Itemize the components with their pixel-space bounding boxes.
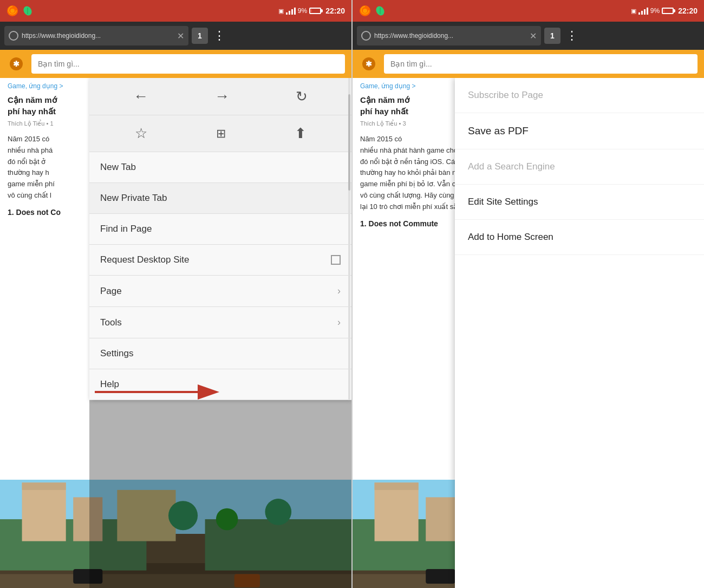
- bookmark-button[interactable]: ☆: [135, 125, 147, 142]
- share-button[interactable]: ⬆: [295, 125, 307, 142]
- tab-close-button-right[interactable]: ✕: [530, 31, 537, 41]
- menu-item-settings[interactable]: Settings: [89, 338, 351, 369]
- left-tab-bar: https://www.thegioididong... ✕ 1 ⋮: [0, 22, 351, 50]
- right-tab-bar: https://www.thegioididong... ✕ 1 ⋮: [353, 22, 704, 50]
- left-tab-url: https://www.thegioididong...: [22, 32, 174, 40]
- submenu-subscribe-label: Subscribe to Page: [468, 90, 543, 100]
- leaf-icon: [23, 6, 32, 16]
- signal-bars: [286, 7, 296, 15]
- submenu-add-search[interactable]: Add a Search Engine: [455, 149, 704, 185]
- svg-text:✱: ✱: [366, 60, 372, 68]
- back-button[interactable]: ←: [133, 88, 148, 105]
- right-submenu-panel: Subscribe to Page Save as PDF Add a Sear…: [455, 78, 704, 588]
- firefox-icon: [6, 5, 18, 17]
- right-phone-panel: ▣ 9% 22:20 https://www.thegioididong... …: [353, 0, 704, 588]
- firefox-icon-right: [359, 5, 371, 17]
- menu-item-tools[interactable]: Tools ›: [89, 307, 351, 338]
- left-page-content: Game, ứng dụng > Cận năm mớ phí hay nhất…: [0, 78, 351, 588]
- right-search-bar: ✱: [353, 50, 704, 78]
- menu-item-new-tab-label: New Tab: [100, 162, 136, 173]
- submenu-edit-site[interactable]: Edit Site Settings: [455, 185, 704, 220]
- submenu-save-pdf-label: Save as PDF: [468, 125, 529, 136]
- left-status-bar: ▣ 9% 22:20: [0, 0, 351, 22]
- menu-item-help[interactable]: Help: [89, 369, 351, 400]
- ff-logo-right: ✱: [359, 54, 379, 74]
- tab-close-button[interactable]: ✕: [177, 31, 184, 41]
- menu-item-desktop[interactable]: Request Desktop Site: [89, 245, 351, 276]
- menu-item-desktop-label: Request Desktop Site: [100, 254, 189, 265]
- left-status-right: ▣ 9% 22:20: [278, 6, 345, 15]
- forward-button[interactable]: →: [214, 88, 230, 105]
- submenu-save-pdf[interactable]: Save as PDF: [455, 113, 704, 149]
- battery-icon: [309, 8, 321, 14]
- svg-rect-37: [426, 497, 455, 541]
- reader-button[interactable]: ⊞: [216, 127, 226, 141]
- leaf-icon-right: [375, 6, 385, 16]
- menu-item-page[interactable]: Page ›: [89, 276, 351, 307]
- menu-bookmark-row: ☆ ⊞ ⬆: [89, 115, 351, 152]
- tab-menu-button[interactable]: ⋮: [211, 29, 227, 43]
- sim-icon: ▣: [278, 8, 284, 15]
- menu-item-new-tab[interactable]: New Tab: [89, 152, 351, 183]
- menu-item-help-label: Help: [100, 379, 119, 390]
- svg-point-24: [363, 9, 367, 13]
- right-page-content: Game, ứng dụng > Cận năm mớ phí hay nhất…: [353, 78, 704, 588]
- svg-rect-36: [375, 482, 419, 490]
- signal-bars-right: [638, 7, 648, 15]
- menu-nav-row: ← → ↻: [89, 78, 351, 115]
- time-right: 22:20: [678, 6, 698, 15]
- svg-rect-12: [22, 482, 66, 541]
- menu-item-private-tab[interactable]: New Private Tab: [89, 183, 351, 214]
- ff-logo-left: ✱: [6, 54, 26, 74]
- menu-item-find-label: Find in Page: [100, 224, 152, 234]
- sim-icon-right: ▣: [631, 8, 636, 15]
- left-status-icons: [6, 5, 32, 17]
- time-left: 22:20: [325, 6, 345, 15]
- left-phone-panel: ▣ 9% 22:20 https://www.thegioididong... …: [0, 0, 351, 588]
- submenu-edit-site-label: Edit Site Settings: [468, 197, 538, 207]
- tab-globe-icon-right: [361, 31, 371, 41]
- menu-item-tools-label: Tools: [100, 317, 122, 328]
- left-dropdown-menu: ← → ↻ ☆ ⊞ ⬆ New Tab New Private Tab Find…: [89, 78, 351, 400]
- reload-button[interactable]: ↻: [296, 88, 308, 105]
- tab-count-badge[interactable]: 1: [192, 28, 208, 44]
- battery-icon-right: [662, 8, 674, 14]
- left-tab-item[interactable]: https://www.thegioididong... ✕: [4, 26, 188, 45]
- right-status-bar: ▣ 9% 22:20: [353, 0, 704, 22]
- submenu-subscribe[interactable]: Subscribe to Page: [455, 78, 704, 113]
- left-search-bar: ✱: [0, 50, 351, 78]
- menu-item-settings-label: Settings: [100, 348, 133, 359]
- right-status-right: ▣ 9% 22:20: [631, 6, 698, 15]
- right-tab-item[interactable]: https://www.thegioididong... ✕: [357, 26, 541, 45]
- menu-item-page-label: Page: [100, 286, 122, 297]
- submenu-add-search-label: Add a Search Engine: [468, 161, 555, 172]
- tab-count-badge-right[interactable]: 1: [544, 28, 560, 44]
- right-tab-url: https://www.thegioididong...: [374, 32, 526, 40]
- submenu-add-home-label: Add to Home Screen: [468, 232, 553, 242]
- left-search-input[interactable]: [31, 54, 345, 74]
- menu-item-private-tab-label: New Private Tab: [100, 193, 167, 204]
- desktop-checkbox[interactable]: [331, 255, 341, 265]
- submenu-add-home[interactable]: Add to Home Screen: [455, 220, 704, 255]
- scroll-indicator: [348, 78, 350, 400]
- svg-point-1: [10, 9, 15, 13]
- svg-text:✱: ✱: [13, 60, 19, 68]
- tab-globe-icon: [9, 31, 18, 41]
- tab-menu-button-right[interactable]: ⋮: [564, 29, 580, 43]
- menu-item-find[interactable]: Find in Page: [89, 214, 351, 245]
- right-search-input[interactable]: [384, 54, 698, 74]
- right-status-icons: [359, 5, 385, 17]
- battery-percent-right: 9%: [650, 7, 660, 15]
- tools-chevron-icon: ›: [337, 317, 341, 328]
- svg-rect-42: [426, 569, 455, 584]
- svg-rect-35: [375, 482, 419, 541]
- battery-percent: 9%: [298, 7, 307, 15]
- page-chevron-icon: ›: [337, 285, 341, 297]
- svg-rect-13: [22, 482, 66, 490]
- scroll-thumb: [348, 94, 350, 191]
